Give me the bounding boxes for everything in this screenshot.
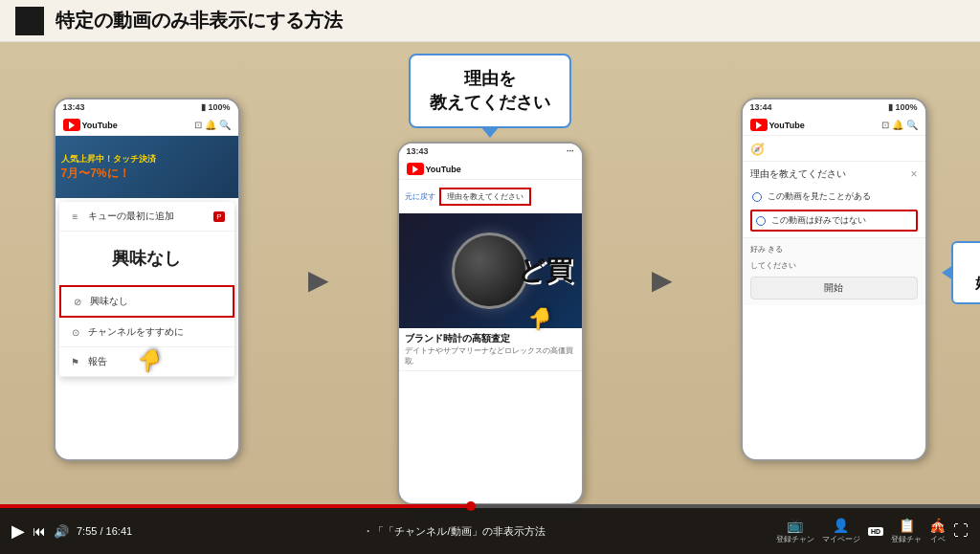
phone2-detail: ブランド時計の高額査定 デイトナやサブマリーナなどロレックスの高価買取. [399,328,582,371]
menu-no-interest-label: 興味なし [90,295,128,308]
radio-2 [756,216,766,226]
bottom-text3-wrapper: してください [750,260,918,271]
phone2-content: 元に戻す 理由を教えてください [399,180,582,213]
dialog-option-2: この動画は好みではない [750,210,918,232]
phone3-time: 13:44 [750,102,772,112]
search-icon-3: 🔍 [906,120,918,130]
phone3-yt-logo: YouTube [750,119,805,131]
phone1-battery: ▮ 100% [201,102,231,112]
back-text: 元に戻す [405,191,435,202]
channel-icon: ⊙ [69,325,82,339]
notif-icon-3: 🔔 [892,120,903,130]
phone-panel-1: 13:43 ▮ 100% YouTube ⊡ 🔔 🔍 [54,98,240,461]
current-time: 7:55 [77,525,97,537]
phone3-bottom: 好み きる してください 開始 [743,238,925,305]
manga-text: ど買 [518,253,572,289]
hd-badge: HD [868,527,883,536]
phone1-yt-header: YouTube ⊡ 🔔 🔍 [56,115,238,136]
panel3-wrapper: 13:44 ▮ 100% YouTube ⊡ 🔔 🔍 [741,98,927,461]
phone1-ad: 人気上昇中！タッチ決済 7月〜7%に！ [56,136,238,198]
video-player: 特定の動画のみ非表示にする方法 13:43 ▮ 100% YouTube [0,0,980,554]
phone3-battery: ▮ 100% [888,102,918,112]
premium-badge: P [213,211,224,222]
menu-queue: ≡ キューの最初に追加 P [59,202,234,232]
bottom-icons: 📺 登録チャン 👤 マイページ HD 📋 登録チャ 🎪 イベ ⛶ [776,518,969,544]
volume-button[interactable]: 🔊 [54,524,69,539]
phone2-yt-label: YouTube [426,165,461,174]
highlighted-tab: 理由を教えてください [439,188,531,206]
bottom-text: 好み きる [750,244,918,255]
bottom-icon-mypage[interactable]: 👤 マイページ [822,518,860,544]
start-label: 開始 [824,282,843,293]
register-label: 登録チャン [776,534,814,544]
bottom-text1: 好み [750,245,766,254]
title-bar: 特定の動画のみ非表示にする方法 [0,0,980,42]
progress-track[interactable] [0,504,980,508]
register-icon: 📺 [787,518,803,533]
bottom-icon-event[interactable]: 🎪 イベ [929,518,946,544]
phone1-header-icons: ⊡ 🔔 🔍 [194,120,231,130]
compass-icon: 🧭 [750,143,765,156]
search-icon: 🔍 [219,120,231,130]
controls-bar: ▶ ⏮ 🔊 7:55 / 16:41 ・「「チャンネル/動画」の非表示方法 📺 … [0,504,980,554]
progress-dot [466,501,476,511]
arrow-1: ▶ [308,264,329,296]
yt-logo-icon-2 [407,163,424,175]
phone3-compass: 🧭 [743,136,925,162]
tv-icon: 📋 [899,518,915,533]
phone2-back-row: 元に戻す 理由を教えてください [403,184,578,210]
tv-label: 登録チャ [891,534,922,544]
phone2-watch-image: ど買 [399,213,582,328]
cast-icon-3: ⊡ [881,120,889,130]
page-title: 特定の動画のみ非表示にする方法 [56,8,343,33]
phone-panel-2: 13:43 ··· YouTube 元に戻す 理由を [397,142,584,505]
menu-channel: ⊙ チャンネルをすすめに [59,318,234,347]
mypage-label: マイページ [822,534,860,544]
phone3-header-icons: ⊡ 🔔 🔍 [881,120,918,130]
total-time: 16:41 [106,525,133,537]
phone1-status-bar: 13:43 ▮ 100% [56,100,238,115]
callout-box: この動画は 好みではない [951,241,981,304]
speech-bubble: 理由を 教えてください [409,54,571,128]
menu-large-interest: 興味なし [59,232,234,285]
mypage-icon: 👤 [833,518,849,533]
menu-channel-label: チャンネルをすすめに [88,325,184,339]
event-icon: 🎪 [929,518,946,533]
bottom-text2: きる [768,245,783,254]
dialog-title: 理由を教えてください [750,167,846,181]
callout-line2: 好みではない [975,275,981,291]
time-display: 7:55 / 16:41 [77,525,132,537]
phone1-time: 13:43 [63,102,85,112]
start-button: 開始 [750,277,918,299]
bottom-icon-register[interactable]: 📺 登録チャン [776,518,814,544]
play-button[interactable]: ▶ [11,521,25,542]
ad-highlight: 7月〜7%に！ [61,166,233,182]
progress-fill [0,504,471,508]
menu-queue-label: キューの最初に追加 [88,210,174,223]
phone3-yt-label: YouTube [769,121,805,130]
option1-label: この動画を見たことがある [768,190,871,203]
radio-1 [752,192,762,202]
bottom-icon-tv[interactable]: 📋 登録チャ [891,518,922,544]
menu-no-interest: ⊘ 興味なし [59,285,234,318]
phone1-yt-label: YouTube [82,121,118,130]
event-label: イベ [930,534,946,544]
bubble-line1: 理由を [464,69,516,88]
phone2-status-bar: 13:43 ··· [399,144,582,159]
ad-text1: 人気上昇中！タッチ決済 [61,153,233,166]
finger-cursor-1: 👆 [137,348,163,373]
title-icon [15,7,44,35]
video-content: 特定の動画のみ非表示にする方法 13:43 ▮ 100% YouTube [0,0,980,504]
detail-sub: デイトナやサブマリーナなどロレックスの高価買取. [405,345,576,366]
bottom-label: ・「「チャンネル/動画」の非表示方法 [363,524,545,539]
phone3-yt-header: YouTube ⊡ 🔔 🔍 [743,115,925,136]
fullscreen-button[interactable]: ⛶ [953,522,969,540]
dialog-option-1: この動画を見たことがある [750,187,918,207]
yt-logo-icon-1 [63,119,80,131]
option2-label: この動画は好みではない [771,214,866,227]
skip-prev-button[interactable]: ⏮ [33,523,46,539]
arrow-2: ▶ [652,264,673,296]
phone-panel-3: 13:44 ▮ 100% YouTube ⊡ 🔔 🔍 [741,98,927,461]
detail-title: ブランド時計の高額査定 [405,332,576,345]
phone2-yt-header: YouTube [399,159,582,180]
